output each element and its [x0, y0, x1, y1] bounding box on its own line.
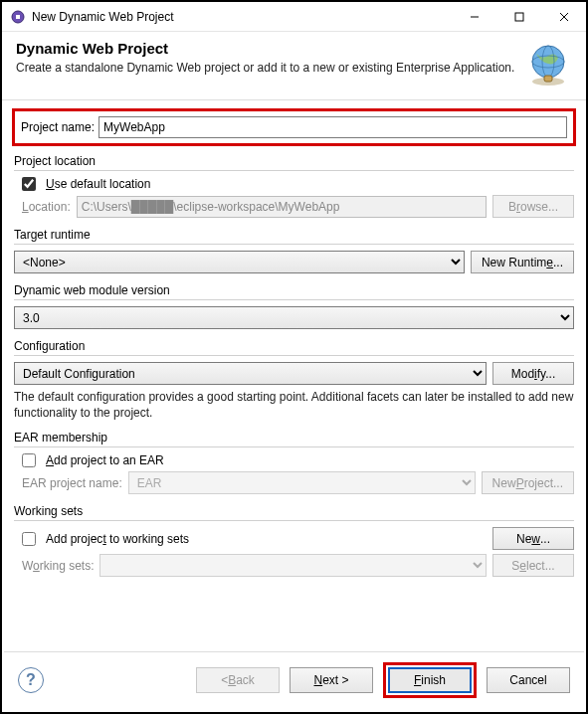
banner-description: Create a standalone Dynamic Web project … [16, 61, 516, 75]
svg-rect-10 [544, 76, 552, 82]
browse-button: Browse... [492, 195, 574, 218]
help-icon[interactable]: ? [18, 667, 44, 693]
title-bar: New Dynamic Web Project [2, 2, 586, 32]
configuration-description: The default configuration provides a goo… [14, 389, 574, 421]
modify-button[interactable]: Modify... [492, 362, 574, 385]
cancel-button[interactable]: Cancel [487, 667, 570, 693]
maximize-button[interactable] [496, 2, 541, 32]
ear-project-name-label: EAR project name: [22, 476, 122, 490]
select-working-sets-button: Select... [492, 554, 574, 577]
add-to-ear-checkbox[interactable] [22, 453, 36, 467]
group-title: Configuration [14, 339, 574, 356]
working-sets-label: Working sets: [22, 559, 94, 573]
project-name-label: Project name: [21, 120, 95, 134]
back-button: < Back [196, 667, 280, 693]
window-title: New Dynamic Web Project [32, 10, 452, 24]
finish-highlight: Finish [383, 662, 477, 698]
ear-project-name-select: EAR [128, 471, 476, 494]
wizard-footer: ? < Back Next > Finish Cancel [4, 651, 584, 710]
working-sets-group: Working sets Add project to working sets… [12, 504, 576, 577]
add-to-ear-label[interactable]: Add project to an EAR [46, 453, 164, 467]
new-working-set-button[interactable]: New... [492, 527, 574, 550]
ear-membership-group: EAR membership Add project to an EAR EAR… [12, 431, 576, 494]
svg-rect-3 [515, 13, 523, 21]
project-name-input[interactable] [98, 116, 567, 138]
add-to-working-sets-label[interactable]: Add project to working sets [46, 532, 189, 546]
group-title: EAR membership [14, 431, 574, 447]
svg-rect-1 [16, 15, 20, 19]
next-button[interactable]: Next > [290, 667, 373, 693]
banner-title: Dynamic Web Project [16, 40, 516, 57]
minimize-button[interactable] [452, 2, 496, 32]
group-title: Dynamic web module version [14, 283, 574, 300]
new-ear-project-button: New Project... [482, 471, 574, 494]
configuration-group: Configuration Default Configuration Modi… [12, 339, 576, 421]
group-title: Project location [14, 154, 574, 171]
configuration-select[interactable]: Default Configuration [14, 362, 487, 385]
working-sets-select [99, 554, 487, 577]
use-default-location-label[interactable]: Use default location [46, 177, 150, 191]
target-runtime-group: Target runtime <None> New Runtime... [12, 228, 576, 273]
module-version-select[interactable]: 3.0 [14, 306, 574, 329]
group-title: Target runtime [14, 228, 574, 245]
group-title: Working sets [14, 504, 574, 521]
location-input [77, 196, 487, 218]
new-runtime-button[interactable]: New Runtime... [471, 251, 574, 273]
use-default-location-checkbox[interactable] [22, 177, 36, 191]
target-runtime-select[interactable]: <None> [14, 251, 465, 273]
add-to-working-sets-checkbox[interactable] [22, 532, 36, 546]
project-location-group: Project location Use default location Lo… [12, 154, 576, 218]
finish-button[interactable]: Finish [388, 667, 472, 693]
project-name-row: Project name: [12, 108, 576, 146]
close-button[interactable] [541, 2, 586, 32]
globe-icon [524, 40, 572, 88]
location-label: Location: [22, 200, 71, 214]
wizard-banner: Dynamic Web Project Create a standalone … [2, 32, 586, 100]
module-version-group: Dynamic web module version 3.0 [12, 283, 576, 329]
app-icon [10, 9, 26, 25]
